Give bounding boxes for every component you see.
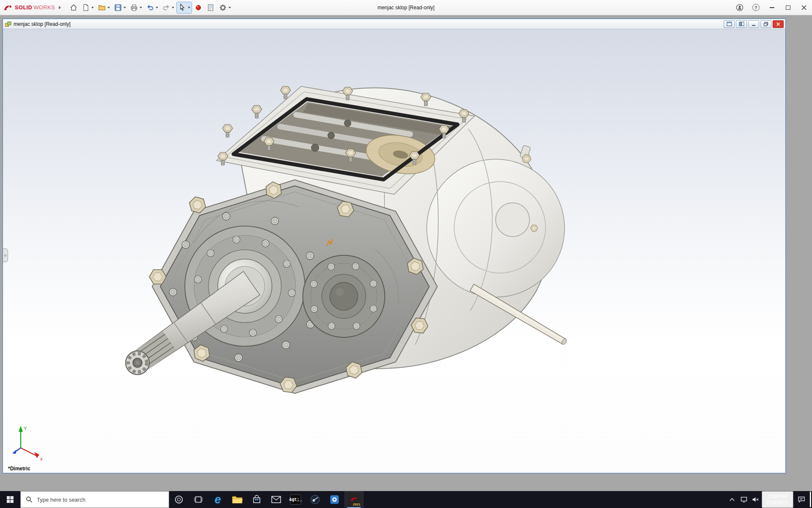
toolbar-expander-button[interactable] bbox=[57, 3, 63, 13]
search-placeholder: Type here to search bbox=[37, 497, 85, 503]
taskbar-app-file-explorer[interactable] bbox=[228, 491, 247, 508]
solidworks-app-icon: 2021 bbox=[348, 493, 360, 506]
action-center-icon bbox=[798, 496, 805, 503]
document-title: menjac sklop [Read-only] bbox=[14, 21, 71, 27]
document-window-controls bbox=[724, 20, 784, 28]
taskbar-app-media[interactable] bbox=[305, 491, 325, 508]
account-icon bbox=[735, 3, 744, 12]
new-document-button[interactable] bbox=[80, 2, 96, 14]
redo-button[interactable] bbox=[160, 2, 176, 14]
taskbar-app-blue[interactable] bbox=[325, 491, 344, 508]
app-minimize-button[interactable] bbox=[764, 0, 780, 15]
doc-close-button[interactable] bbox=[773, 20, 784, 28]
viewport-3d[interactable]: Y x *Dimetric bbox=[3, 29, 785, 473]
triad-y-label: Y bbox=[24, 426, 27, 431]
document-window: menjac sklop [Read-only] bbox=[3, 19, 786, 473]
display-icon bbox=[741, 497, 747, 502]
select-cursor-button[interactable] bbox=[176, 2, 192, 14]
rebuild-button[interactable] bbox=[192, 2, 204, 14]
file-properties-icon bbox=[206, 3, 215, 12]
gearbox-model[interactable] bbox=[3, 29, 785, 473]
media-app-icon bbox=[310, 494, 320, 505]
help-icon: ? bbox=[752, 4, 760, 11]
help-button[interactable]: ? bbox=[748, 0, 764, 15]
doc-tile-button-2[interactable] bbox=[736, 20, 747, 28]
brand-solid: SOLID bbox=[15, 4, 32, 11]
assembly-document-icon bbox=[5, 21, 11, 28]
show-desktop-button[interactable] bbox=[809, 491, 812, 508]
feature-panel-collapsed-tab[interactable] bbox=[3, 248, 8, 262]
dropdown-caret-icon bbox=[107, 7, 110, 8]
cortana-button[interactable] bbox=[169, 491, 189, 508]
microsoft-store-icon bbox=[252, 495, 261, 504]
chevron-right-icon bbox=[59, 6, 61, 9]
task-view-button[interactable] bbox=[189, 491, 208, 508]
doc-restore-button[interactable] bbox=[760, 20, 771, 28]
taskbar-app-mail[interactable] bbox=[266, 491, 286, 508]
display-tray-button[interactable] bbox=[738, 491, 750, 508]
app-maximize-button[interactable] bbox=[780, 0, 796, 15]
doc-tile-button-1[interactable] bbox=[724, 20, 735, 28]
select-cursor-icon bbox=[178, 3, 187, 12]
app-window-title: menjac sklop [Read-only] bbox=[378, 5, 435, 11]
quick-access-toolbar bbox=[68, 2, 233, 14]
tile-window-icon bbox=[727, 22, 732, 26]
volume-muted-icon bbox=[752, 497, 759, 502]
mdi-workspace: menjac sklop [Read-only] bbox=[0, 15, 812, 491]
view-orientation-label: *Dimetric bbox=[8, 466, 30, 472]
options-button[interactable] bbox=[217, 2, 233, 14]
solidworks-version-badge: 2021 bbox=[353, 503, 360, 506]
close-icon bbox=[801, 5, 807, 11]
undo-icon bbox=[146, 3, 154, 12]
save-icon bbox=[114, 3, 122, 12]
doc-minimize-button[interactable] bbox=[748, 20, 759, 28]
dropdown-caret-icon bbox=[140, 7, 142, 8]
chevron-up-icon bbox=[729, 497, 735, 502]
gear-icon bbox=[219, 3, 227, 12]
restore-icon bbox=[763, 22, 768, 26]
taskbar-app-solidworks[interactable]: 2021 bbox=[344, 491, 364, 508]
dropdown-caret-icon bbox=[172, 7, 174, 8]
panel-dot-icon bbox=[4, 254, 6, 257]
minimize-icon bbox=[770, 7, 774, 8]
volume-muted-button[interactable] bbox=[750, 491, 762, 508]
edge-icon: e bbox=[214, 494, 221, 505]
taskbar-clock[interactable]: 3:58 PM 2/16/2021 bbox=[762, 491, 793, 508]
hidden-icons-button[interactable] bbox=[726, 491, 738, 508]
orientation-triad[interactable]: Y x bbox=[10, 422, 48, 462]
undo-button[interactable] bbox=[144, 2, 160, 14]
save-button[interactable] bbox=[112, 2, 128, 14]
close-icon bbox=[776, 22, 781, 26]
open-folder-icon bbox=[98, 3, 106, 12]
taskbar-app-store[interactable] bbox=[247, 491, 266, 508]
triad-x-label: x bbox=[40, 456, 43, 461]
file-properties-button[interactable] bbox=[205, 2, 217, 14]
dropdown-caret-icon bbox=[188, 7, 190, 8]
action-center-button[interactable] bbox=[793, 491, 809, 508]
taskbar-search-box[interactable]: Type here to search bbox=[20, 491, 169, 508]
app-title-bar: SOLIDWORKS bbox=[0, 0, 812, 15]
redo-icon bbox=[162, 3, 170, 12]
task-view-icon bbox=[194, 495, 203, 504]
maximize-icon bbox=[786, 6, 790, 10]
app-close-button[interactable] bbox=[796, 0, 812, 15]
print-button[interactable] bbox=[128, 2, 144, 14]
home-button[interactable] bbox=[68, 2, 80, 14]
dropdown-caret-icon bbox=[91, 7, 94, 8]
open-button[interactable] bbox=[96, 2, 112, 14]
system-tray: 3:58 PM 2/16/2021 bbox=[726, 491, 812, 508]
terminal-icon: &gt;_ bbox=[290, 494, 301, 505]
rebuild-light-icon bbox=[194, 3, 203, 12]
dropdown-caret-icon bbox=[228, 7, 231, 8]
account-button[interactable] bbox=[732, 0, 748, 15]
clock-time: 3:58 PM bbox=[768, 494, 787, 500]
start-button[interactable] bbox=[0, 491, 20, 508]
dropdown-caret-icon bbox=[123, 7, 126, 8]
taskbar-app-terminal[interactable]: &gt;_ bbox=[286, 491, 305, 508]
blue-app-icon bbox=[329, 494, 340, 505]
tile-window-icon bbox=[739, 22, 744, 26]
document-title-bar[interactable]: menjac sklop [Read-only] bbox=[3, 19, 785, 29]
dropdown-caret-icon bbox=[156, 7, 158, 8]
minimize-icon bbox=[751, 22, 756, 26]
taskbar-app-edge[interactable]: e bbox=[208, 491, 228, 508]
